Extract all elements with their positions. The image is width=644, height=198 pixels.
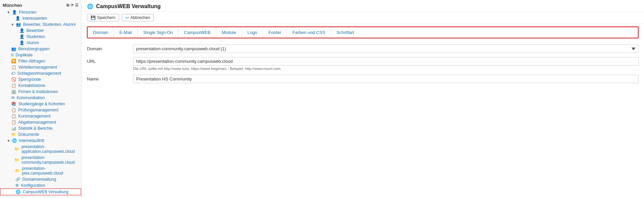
name-label: Name — [87, 75, 128, 82]
sidebar-item-studiengange-kohorten[interactable]: 📚Studiengänge & Kohorten — [0, 101, 81, 107]
tab-domain[interactable]: Domain — [88, 27, 114, 38]
grid-icon[interactable]: ⊞ — [66, 3, 69, 7]
sidebar-item-presentation-application[interactable]: 📁presentation-application.campusweb.clou… — [0, 144, 81, 155]
sidebar-item-label-filter-abfragen: Filter-Abfragen — [18, 59, 45, 64]
sidebar-item-label-konfiguration: Konfiguration — [21, 183, 45, 188]
menu-icon[interactable]: ☰ — [75, 3, 78, 7]
tree-icon-konfiguration: ⚙ — [15, 183, 19, 188]
sidebar-item-presentation-community[interactable]: 📁presentation-community.campusweb.cloud — [0, 155, 81, 165]
sidebar-item-label-presentation-application: presentation-application.campusweb.cloud — [21, 144, 78, 154]
sidebar-item-kursmanagement[interactable]: 📋Kursmanagement — [0, 113, 81, 119]
tab-footer[interactable]: Footer — [263, 27, 287, 38]
tree-icon-prufungsmanagement: 📋 — [11, 108, 16, 112]
form-area: Domain presentation-community.campusweb.… — [81, 41, 644, 198]
sidebar-item-sperrgrunde[interactable]: 🚫Sperrgründe — [0, 76, 81, 83]
cancel-button[interactable]: ↩ Abbrechen — [122, 14, 154, 21]
refresh-icon[interactable]: ⟳ — [71, 3, 74, 7]
tree-icon-studiengange-kohorten: 📚 — [11, 102, 16, 106]
tree-icon-firmen-institutionen: 🏢 — [11, 89, 16, 94]
tree-icon-duplikate: ⎘ — [11, 53, 14, 57]
tree-icon-sperrgrunde: 🚫 — [11, 77, 16, 82]
tree-icon-dokumente: 📁 — [11, 132, 16, 137]
tree-icon-presentation-pwa: 📁 — [15, 168, 20, 173]
sidebar-root-label: München — [3, 3, 22, 8]
sidebar-item-firmen-institutionen[interactable]: 🏢Firmen & Institutionen — [0, 89, 81, 95]
tab-logo[interactable]: Logo — [242, 27, 263, 38]
sidebar-item-domainverwaltung[interactable]: 🔗Domainverwaltung — [0, 176, 81, 182]
cancel-label: Abbrechen — [130, 15, 150, 20]
tree-icon-domainverwaltung: 🔗 — [15, 177, 20, 182]
tree-icon-filter-abfragen: 🔽 — [11, 59, 16, 64]
sidebar: München ⊞ ⟳ ☰ ▼👤Personen👤Interessenten▼👥… — [0, 0, 81, 198]
tab-schriftart[interactable]: Schriftart — [331, 27, 360, 38]
tab-module[interactable]: Module — [216, 27, 242, 38]
name-row: Name — [87, 75, 639, 83]
name-input[interactable] — [133, 75, 639, 83]
sidebar-item-konfiguration[interactable]: ⚙Konfiguration — [0, 182, 81, 188]
sidebar-item-campusweb-verwaltung[interactable]: 🌐CampusWEB Verwaltung — [0, 188, 81, 195]
tree-icon-presentation-community: 📁 — [14, 158, 19, 162]
tree-icon-campusweb-verwaltung: 🌐 — [16, 190, 21, 194]
sidebar-item-personen[interactable]: ▼👤Personen — [0, 9, 81, 15]
sidebar-item-schlagwortmanagement[interactable]: 🏷Schlagwortmanagement — [0, 70, 81, 76]
sidebar-item-label-statistik-berichte: Statistik & Berichte — [18, 126, 53, 131]
tree-icon-studenten: 👤 — [19, 34, 24, 39]
sidebar-item-interessenten[interactable]: 👤Interessenten — [0, 15, 81, 21]
sidebar-item-label-interessenten: Interessenten — [22, 16, 47, 21]
sidebar-item-bewerber-studenten-alumni[interactable]: ▼👥Bewerber, Studenten, Alumni — [0, 21, 81, 28]
sidebar-item-statistik-berichte[interactable]: 📊Statistik & Berichte — [0, 125, 81, 131]
url-input[interactable] — [133, 57, 639, 66]
sidebar-item-duplikate[interactable]: ⎘Duplikate — [0, 52, 81, 58]
sidebar-item-label-firmen-institutionen: Firmen & Institutionen — [18, 89, 58, 94]
save-button[interactable]: 💾 Speichern — [87, 14, 119, 21]
sidebar-item-studenten[interactable]: 👤Studenten — [0, 34, 81, 40]
sidebar-item-abgabemanagement[interactable]: 📋Abgabemanagement — [0, 119, 81, 125]
tree-icon-internetauftritt: 🌐 — [12, 138, 17, 143]
sidebar-item-label-campusweb-verwaltung: CampusWEB Verwaltung — [23, 190, 69, 194]
sidebar-item-label-kontakthistorie: Kontakthistorie — [18, 83, 45, 88]
sidebar-item-label-bewerber: Bewerber — [26, 28, 44, 33]
page-title: CampusWEB Verwaltung — [96, 3, 161, 10]
sidebar-item-label-abgabemanagement: Abgabemanagement — [18, 120, 56, 125]
sidebar-item-internetauftritt[interactable]: ▼🌐Internetauftritt — [0, 138, 81, 144]
url-field: Die URL sollte mit http://www bzw. https… — [133, 57, 639, 71]
sidebar-item-presentation-pwa[interactable]: 📁presentation-pwa.campusweb.cloud — [0, 165, 81, 176]
sidebar-item-label-duplikate: Duplikate — [16, 53, 33, 57]
domain-select[interactable]: presentation-community.campusweb.cloud (… — [133, 44, 639, 53]
tree-icon-alumni: 👤 — [19, 40, 24, 45]
sidebar-item-label-bewerber-studenten-alumni: Bewerber, Studenten, Alumni — [23, 22, 76, 27]
sidebar-item-verteilermanagement[interactable]: 📋Verteilermanagement — [0, 64, 81, 70]
tab-email[interactable]: E-Mail — [114, 27, 138, 38]
domain-label: Domain — [87, 44, 128, 51]
tree-icon-personen: 👤 — [12, 10, 17, 15]
tree-icon-abgabemanagement: 📋 — [11, 120, 16, 125]
sidebar-item-alumni[interactable]: 👤Alumni — [0, 40, 81, 46]
tree-icon-interessenten: 👤 — [15, 16, 20, 21]
url-row: URL Die URL sollte mit http://www bzw. h… — [87, 57, 639, 71]
tree-icon-presentation-application: 📁 — [14, 147, 19, 151]
tab-sso[interactable]: Single Sign-On — [138, 27, 179, 38]
tab-campusweb[interactable]: CampusWEB — [179, 27, 216, 38]
cancel-icon: ↩ — [126, 15, 129, 20]
sidebar-item-label-presentation-community: presentation-community.campusweb.cloud — [21, 155, 78, 165]
sidebar-item-kontakthistorie[interactable]: 📋Kontakthistorie — [0, 83, 81, 89]
sidebar-item-dokumente[interactable]: 📁Dokumente — [0, 131, 81, 138]
tree-icon-verteilermanagement: 📋 — [11, 65, 16, 70]
page-header: 🌐 CampusWEB Verwaltung — [81, 0, 644, 12]
tree-arrow-personen: ▼ — [7, 11, 10, 14]
sidebar-item-benutzergruppen[interactable]: 👥Benutzergruppen — [0, 46, 81, 52]
sidebar-item-kommunikation[interactable]: ✉Kommunikation — [0, 95, 81, 101]
sidebar-item-label-verteilermanagement: Verteilermanagement — [18, 65, 57, 70]
tree-arrow-bewerber-studenten-alumni: ▼ — [11, 23, 14, 26]
domain-field: presentation-community.campusweb.cloud (… — [133, 44, 639, 53]
tabs: DomainE-MailSingle Sign-OnCampusWEBModul… — [88, 27, 638, 38]
domain-row: Domain presentation-community.campusweb.… — [87, 44, 639, 53]
tree-icon-bewerber-studenten-alumni: 👥 — [16, 22, 21, 27]
name-field — [133, 75, 639, 83]
sidebar-header-icons: ⊞ ⟳ ☰ — [66, 3, 78, 7]
tab-farben-css[interactable]: Farben und CSS — [287, 27, 331, 38]
sidebar-item-bewerber[interactable]: 👤Bewerber — [0, 28, 81, 34]
sidebar-item-filter-abfragen[interactable]: 🔽Filter-Abfragen — [0, 58, 81, 64]
sidebar-item-prufungsmanagement[interactable]: 📋Prüfungsmanagement — [0, 107, 81, 113]
sidebar-item-label-sperrgrunde: Sperrgründe — [18, 77, 41, 82]
